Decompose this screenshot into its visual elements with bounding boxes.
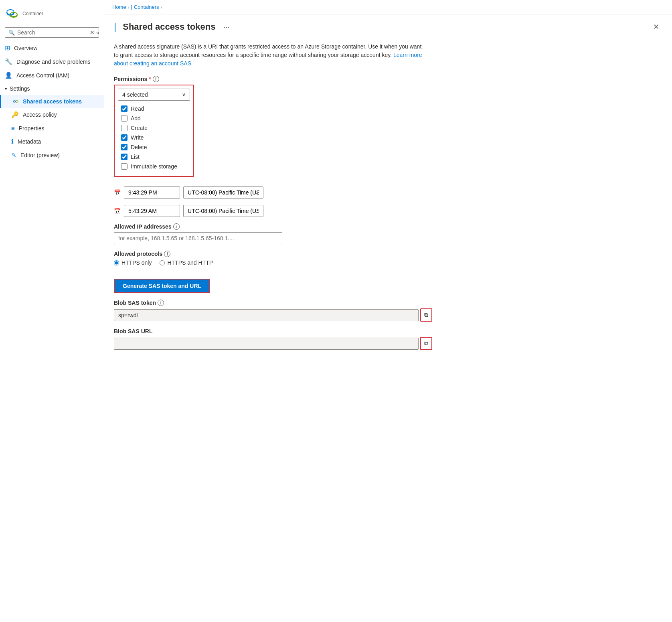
sidebar-item-access-policy[interactable]: 🔑 Access policy <box>0 108 104 122</box>
nav-label-settings: Settings <box>10 85 30 92</box>
bars-icon: ≡ <box>11 125 15 132</box>
start-time-input[interactable] <box>124 186 180 199</box>
permissions-dropdown-box: 4 selected ∨ Read Add <box>114 85 194 177</box>
allowed-ip-field-group: Allowed IP addresses i <box>114 223 435 244</box>
permission-create[interactable]: Create <box>118 123 190 133</box>
container-icon <box>5 6 19 21</box>
blob-sas-url-label: Blob SAS URL <box>114 328 435 334</box>
sidebar-item-overview[interactable]: ⊞ Overview <box>0 41 104 55</box>
permission-immutable[interactable]: Immutable storage <box>118 162 190 171</box>
sidebar-item-editor[interactable]: ✎ Editor (preview) <box>0 148 104 162</box>
permissions-dropdown-trigger[interactable]: 4 selected ∨ <box>118 89 190 101</box>
sidebar-section-settings[interactable]: ▾ Settings <box>0 82 104 95</box>
blob-sas-url-wrapper: ⧉ <box>114 337 435 350</box>
allowed-ip-info-icon[interactable]: i <box>173 223 180 230</box>
link-icon <box>12 98 19 105</box>
search-controls: ✕ « <box>90 29 99 36</box>
page-title: Shared access tokens <box>123 22 215 32</box>
permissions-label: Permissions * i <box>114 76 435 82</box>
permission-add-label: Add <box>131 115 141 122</box>
permission-immutable-checkbox[interactable] <box>121 163 128 170</box>
permission-create-checkbox[interactable] <box>121 125 128 131</box>
nav-label-overview: Overview <box>14 45 37 51</box>
breadcrumb-containers[interactable]: Containers <box>134 4 159 10</box>
search-input[interactable] <box>17 29 87 36</box>
breadcrumb-home[interactable]: Home <box>112 4 126 10</box>
permission-add-checkbox[interactable] <box>121 115 128 122</box>
allowed-ip-label: Allowed IP addresses i <box>114 223 435 230</box>
sidebar-item-properties[interactable]: ≡ Properties <box>0 122 104 135</box>
blob-sas-token-input[interactable] <box>114 309 419 321</box>
sidebar-item-metadata[interactable]: ℹ Metadata <box>0 135 104 148</box>
permission-read-label: Read <box>131 105 144 112</box>
sidebar-item-access-control[interactable]: 👤 Access Control (IAM) <box>0 69 104 82</box>
protocol-https-only-radio[interactable] <box>114 260 119 265</box>
calendar-expiry-icon[interactable]: 📅 <box>114 208 121 214</box>
breadcrumb-chevron-1: › <box>128 5 130 10</box>
search-icon: 🔍 <box>8 30 15 36</box>
permission-delete-label: Delete <box>131 144 147 150</box>
search-box[interactable]: 🔍 ✕ « <box>5 27 99 38</box>
expiry-time-input[interactable] <box>124 205 180 217</box>
copy-sas-token-button[interactable]: ⧉ <box>420 308 432 322</box>
protocol-https-http[interactable]: HTTPS and HTTP <box>160 259 213 266</box>
start-datetime-row: 📅 UTC-08:00) Pacific Time (US & Canada) <box>114 186 435 199</box>
permission-immutable-label: Immutable storage <box>131 163 177 170</box>
title-pipe: | <box>114 21 116 32</box>
permission-add[interactable]: Add <box>118 113 190 123</box>
generate-sas-button[interactable]: Generate SAS token and URL <box>114 279 210 293</box>
permission-write-checkbox[interactable] <box>121 134 128 141</box>
permission-write[interactable]: Write <box>118 133 190 142</box>
permission-read[interactable]: Read <box>118 104 190 113</box>
protocol-https-http-radio[interactable] <box>160 260 165 265</box>
blob-sas-token-info-icon[interactable]: i <box>158 300 164 306</box>
required-marker: * <box>149 76 151 82</box>
permissions-field-group: Permissions * i 4 selected ∨ Read <box>114 76 435 177</box>
blob-sas-token-field-group: Blob SAS token i ⧉ <box>114 300 435 322</box>
protocol-https-http-label: HTTPS and HTTP <box>167 259 213 266</box>
sidebar-item-diagnose[interactable]: 🔧 Diagnose and solve problems <box>0 55 104 69</box>
blob-sas-url-input[interactable] <box>114 338 419 350</box>
info-circle-icon: ℹ <box>11 138 14 145</box>
key-icon: 🔑 <box>11 111 19 118</box>
person-icon: 👤 <box>5 72 12 79</box>
nav-label-editor: Editor (preview) <box>20 152 60 158</box>
allowed-ip-input[interactable] <box>114 232 282 244</box>
permission-read-checkbox[interactable] <box>121 105 128 112</box>
protocol-https-only-label: HTTPS only <box>121 259 152 266</box>
form-section: Permissions * i 4 selected ∨ Read <box>114 76 435 350</box>
nav-label-access-policy: Access policy <box>23 111 57 118</box>
permission-list[interactable]: List <box>118 152 190 162</box>
start-timezone-wrapper: UTC-08:00) Pacific Time (US & Canada) <box>183 186 263 199</box>
pencil-icon: ✎ <box>11 152 16 159</box>
dropdown-chevron-icon: ∨ <box>182 92 186 97</box>
grid-icon: ⊞ <box>5 44 10 52</box>
calendar-start-icon[interactable]: 📅 <box>114 189 121 196</box>
nav-label-access-control: Access Control (IAM) <box>16 72 69 79</box>
clear-search-icon[interactable]: ✕ <box>90 29 95 36</box>
description-text: A shared access signature (SAS) is a URI… <box>114 43 427 68</box>
allowed-protocols-info-icon[interactable]: i <box>164 251 170 257</box>
start-field-group: 📅 UTC-08:00) Pacific Time (US & Canada) <box>114 186 435 199</box>
sidebar-item-shared-access-tokens[interactable]: Shared access tokens <box>0 95 104 108</box>
more-options-button[interactable]: ··· <box>220 21 233 33</box>
container-label: Container <box>22 11 43 16</box>
expiry-timezone-select[interactable]: UTC-08:00) Pacific Time (US & Canada) <box>183 205 263 217</box>
permission-delete-checkbox[interactable] <box>121 144 128 150</box>
permissions-info-icon[interactable]: i <box>153 76 159 82</box>
expiry-timezone-wrapper: UTC-08:00) Pacific Time (US & Canada) <box>183 205 263 217</box>
permission-write-label: Write <box>131 134 144 141</box>
expiry-datetime-row: 📅 UTC-08:00) Pacific Time (US & Canada) <box>114 205 435 217</box>
wrench-icon: 🔧 <box>5 58 12 65</box>
protocol-https-only[interactable]: HTTPS only <box>114 259 152 266</box>
protocols-radio-group: HTTPS only HTTPS and HTTP <box>114 259 435 266</box>
copy-sas-url-button[interactable]: ⧉ <box>420 337 432 350</box>
permission-list-checkbox[interactable] <box>121 154 128 160</box>
start-timezone-select[interactable]: UTC-08:00) Pacific Time (US & Canada) <box>183 186 263 199</box>
close-button[interactable]: ✕ <box>650 21 662 33</box>
permission-list-label: List <box>131 154 140 160</box>
permission-delete[interactable]: Delete <box>118 142 190 152</box>
allowed-protocols-field-group: Allowed protocols i HTTPS only HTTPS and… <box>114 251 435 266</box>
collapse-icon[interactable]: « <box>96 29 99 36</box>
nav-label-metadata: Metadata <box>18 138 41 145</box>
